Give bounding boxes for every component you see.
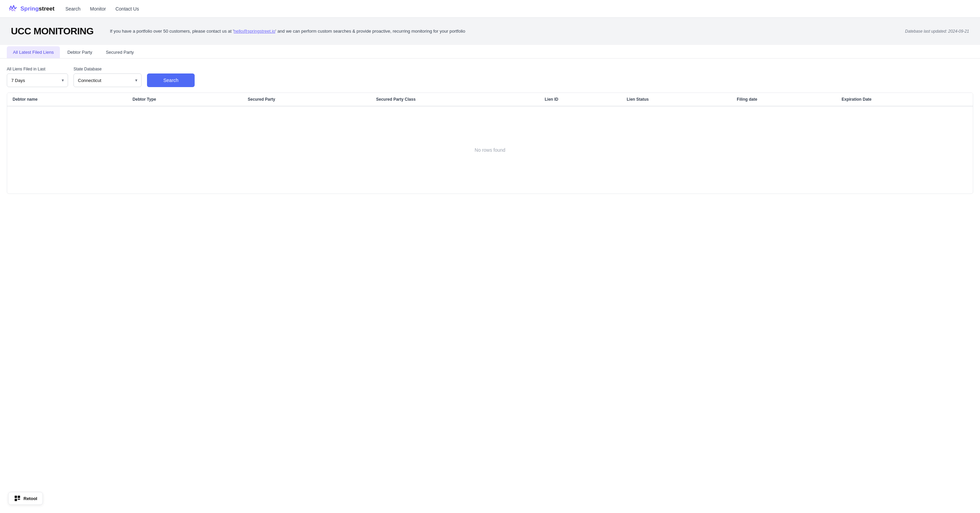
hero-section: UCC MONITORING If you have a portfolio o… <box>0 18 980 45</box>
col-lien-status: Lien Status <box>621 93 732 106</box>
state-database-select-wrapper: Alabama Alaska Arizona Arkansas Californ… <box>73 73 142 87</box>
liens-filed-select-wrapper: 1 Day 7 Days 30 Days 60 Days 90 Days ▼ <box>7 73 68 87</box>
hero-info: If you have a portfolio over 50 customer… <box>110 28 889 35</box>
col-expiration-date: Expiration Date <box>836 93 973 106</box>
navbar-links: Search Monitor Contact Us <box>65 5 139 13</box>
contact-email[interactable]: hello@springstreet.io <box>234 29 275 34</box>
hero-info-text: If you have a portfolio over 50 customer… <box>110 29 465 34</box>
logo: Springstreet <box>8 4 54 14</box>
col-debtor-name: Debtor name <box>7 93 127 106</box>
state-database-label: State Database <box>73 67 142 71</box>
logo-icon <box>8 4 18 14</box>
tabs-container: All Latest Filed Liens Debtor Party Secu… <box>0 46 980 59</box>
search-panel: All Liens Filed in Last 1 Day 7 Days 30 … <box>0 59 980 92</box>
table-header-row: Debtor name Debtor Type Secured Party Se… <box>7 93 973 106</box>
navbar: Springstreet Search Monitor Contact Us <box>0 0 980 18</box>
liens-filed-label: All Liens Filed in Last <box>7 67 68 71</box>
tab-debtor-party[interactable]: Debtor Party <box>61 46 98 58</box>
page-title: UCC MONITORING <box>11 26 94 37</box>
tab-secured-party[interactable]: Secured Party <box>100 46 140 58</box>
no-rows-row: No rows found <box>7 106 973 194</box>
col-secured-party: Secured Party <box>242 93 371 106</box>
results-table: Debtor name Debtor Type Secured Party Se… <box>7 93 973 194</box>
table-container: Debtor name Debtor Type Secured Party Se… <box>7 92 973 194</box>
nav-monitor[interactable]: Monitor <box>90 5 106 13</box>
col-filing-date: Filing date <box>731 93 836 106</box>
col-lien-id: Lien ID <box>539 93 621 106</box>
db-updated: Datebase last updated: 2024-09-21 <box>905 29 969 34</box>
col-secured-party-class: Secured Party Class <box>371 93 539 106</box>
main-content: All Latest Filed Liens Debtor Party Secu… <box>0 46 980 194</box>
search-button[interactable]: Search <box>147 73 195 87</box>
table-header: Debtor name Debtor Type Secured Party Se… <box>7 93 973 106</box>
liens-filed-group: All Liens Filed in Last 1 Day 7 Days 30 … <box>7 67 68 87</box>
table-body: No rows found <box>7 106 973 194</box>
search-row: All Liens Filed in Last 1 Day 7 Days 30 … <box>7 67 973 87</box>
tab-all-latest[interactable]: All Latest Filed Liens <box>7 46 60 58</box>
nav-contact[interactable]: Contact Us <box>115 5 139 13</box>
col-debtor-type: Debtor Type <box>127 93 242 106</box>
logo-text: Springstreet <box>21 5 54 12</box>
no-rows-message: No rows found <box>7 106 973 194</box>
nav-search[interactable]: Search <box>65 5 80 13</box>
state-database-group: State Database Alabama Alaska Arizona Ar… <box>73 67 142 87</box>
liens-filed-select[interactable]: 1 Day 7 Days 30 Days 60 Days 90 Days <box>7 73 68 87</box>
state-database-select[interactable]: Alabama Alaska Arizona Arkansas Californ… <box>73 73 142 87</box>
